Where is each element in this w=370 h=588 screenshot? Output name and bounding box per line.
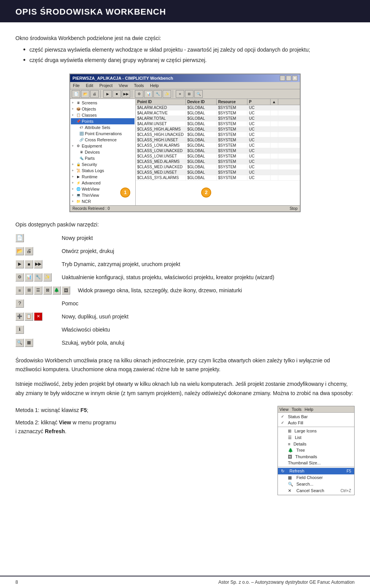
- col-scroll: ▲: [271, 99, 278, 105]
- ctx-menu-view[interactable]: View: [279, 407, 289, 412]
- wb-statusbar: Records Retrieved : 0 Stop: [70, 205, 300, 211]
- tb-btn-8[interactable]: 📊: [144, 90, 153, 98]
- tree-advanced[interactable]: + ⚡Advanced: [71, 180, 135, 186]
- ctx-item-cancel-shortcut: Ctrl+Z: [341, 489, 352, 493]
- wb-menu-tools[interactable]: Tools: [133, 83, 145, 88]
- wb-menu-view[interactable]: View: [118, 83, 129, 88]
- tool-icon-wizard: ✨: [43, 273, 52, 281]
- ctx-item-thumbnails[interactable]: 🖼 Thumbnails: [278, 454, 354, 460]
- tree-parts[interactable]: 🔩Parts: [71, 155, 135, 161]
- ctx-item-tree[interactable]: 🌲 Tree: [278, 447, 354, 454]
- ctx-item-autofill-label: Auto Fill: [288, 420, 303, 425]
- wb-menu-file[interactable]: File: [72, 83, 81, 88]
- tb-btn-3[interactable]: 🖨: [90, 90, 99, 98]
- tree-classes[interactable]: + 📋Classes: [71, 112, 135, 118]
- content: Okno środowiska Workbench podzielone jes…: [0, 22, 370, 576]
- tool-desc-new-project: Nowy projekt: [62, 235, 93, 241]
- ctx-item-list[interactable]: ☰ List: [278, 434, 354, 441]
- tool-icon-dynamic: ▶: [15, 260, 24, 268]
- ctx-item-search[interactable]: 🔍 Search...: [278, 481, 354, 487]
- wb-menu-edit[interactable]: Edit: [85, 83, 94, 88]
- tool-icon-search: 🔍: [15, 338, 24, 347]
- tb-btn-12[interactable]: ⊞: [185, 90, 193, 98]
- tb-btn-5[interactable]: ■: [113, 90, 121, 98]
- tree-ncr[interactable]: + 📁NCR: [71, 198, 135, 204]
- tool-icons-2: 📂 🖨: [15, 247, 54, 255]
- tree-xref[interactable]: 🔗Cross Reference: [71, 137, 135, 143]
- tool-icon-view2: ⊞: [25, 286, 33, 295]
- tb-btn-7[interactable]: ⚙: [135, 90, 143, 98]
- page: OPIS ŚRODOWISKA WORKBENCH Okno środowisk…: [0, 0, 370, 588]
- tree-attribs[interactable]: 🏷Attribute Sets: [71, 124, 135, 131]
- tool-desc-new-dup-del: Nowy, duplikuj, usuń projekt: [62, 313, 128, 320]
- tree-screens[interactable]: + 🖥Screens: [71, 100, 135, 106]
- wb-maximize-btn[interactable]: □: [286, 75, 291, 81]
- ctx-menu-tools[interactable]: Tools: [292, 407, 302, 412]
- tree-statuslogs[interactable]: + 📜Status Logs: [71, 168, 135, 174]
- tools-title: Opis dostępnych pasków narzędzi:: [15, 221, 355, 228]
- ctx-item-autofill[interactable]: Auto Fill: [278, 420, 354, 426]
- tb-btn-4[interactable]: ▶: [103, 90, 112, 98]
- ctx-item-field-chooser[interactable]: ▦ Field Chooser: [278, 474, 354, 481]
- ctx-item-refresh[interactable]: ↻ Refresh F5: [278, 468, 354, 474]
- tool-icon-view3: ☰: [34, 286, 42, 295]
- tree-equipment[interactable]: + ⚙Equipment: [71, 143, 135, 149]
- tool-icon-view6: 🖼: [62, 286, 70, 295]
- ctx-item-thumb-size[interactable]: Thumbnail Size...: [278, 460, 354, 466]
- tree-enums[interactable]: 🔢Point Enumerations: [71, 131, 135, 137]
- tree-security[interactable]: + 🔒Security: [71, 161, 135, 168]
- wb-stop-btn[interactable]: Stop: [289, 206, 298, 211]
- tb-btn-11[interactable]: ≡: [176, 90, 184, 98]
- wb-menu-help[interactable]: Help: [149, 83, 160, 88]
- tool-icons-8: ℹ: [15, 325, 54, 334]
- wb-table-panel: Point ID Device ID Resource P ▲ $ALARM.A…: [136, 99, 300, 205]
- tb-btn-9[interactable]: 🔧: [153, 90, 162, 98]
- tb-btn-6[interactable]: ▶▶: [122, 90, 130, 98]
- ctx-item-list-label: List: [295, 435, 301, 440]
- ctx-item-large-icons[interactable]: ⊞ Large Icons: [278, 428, 354, 434]
- ctx-menu-help[interactable]: Help: [304, 407, 313, 412]
- table-row: $ALARM.TOTAL$GLOBAL$SYSTEMUC: [136, 116, 300, 121]
- table-row: $CLASS_HIGH.ALARMS$GLOBAL$SYSTEMUC: [136, 127, 300, 132]
- body-para1: Środowisko Workbench umożliwia pracę na …: [15, 356, 355, 375]
- ctx-item-statusbar[interactable]: Status Bar: [278, 414, 354, 420]
- tree-runtime[interactable]: + ▶Runtime: [71, 174, 135, 180]
- tool-icons-4: ⚙ 📊 🔧 ✨: [15, 273, 54, 281]
- ctx-item-large-icons-label: Large Icons: [294, 429, 316, 433]
- ctx-item-details[interactable]: ≡ Details: [278, 441, 354, 447]
- tree-objects[interactable]: + 📦Objects: [71, 106, 135, 112]
- body-para2: Istnieje możliwość, żeby jeden projekt b…: [15, 380, 355, 398]
- workbench-screenshot: PIERWSZA_APLIKACJA - CIMPLICITY Workbenc…: [69, 74, 301, 212]
- tool-row-new-project: 📄 Nowy projekt: [15, 234, 355, 242]
- ctx-icon-details: ≡: [288, 442, 290, 446]
- tool-desc-search: Szukaj, wybór pola, anuluj: [62, 340, 124, 346]
- tool-row-view: ≡ ⊞ ☰ ⊠ 🌲 🖼 Widok prawego okna, lista, s…: [15, 286, 355, 295]
- wb-menubar: File Edit Project View Tools Help: [70, 82, 300, 89]
- tb-btn-13[interactable]: 🔍: [194, 90, 203, 98]
- callout-2: 2: [201, 188, 211, 198]
- col-deviceid: Device ID: [186, 99, 217, 105]
- table-row: $CLASS_SYS.ALARMS$GLOBAL$SYSTEMUC: [136, 175, 300, 181]
- wb-minimize-btn[interactable]: _: [280, 75, 285, 81]
- wb-close-btn[interactable]: ✕: [292, 75, 298, 81]
- table-row: $CLASS_MED.UNSET$GLOBAL$SYSTEMUC: [136, 170, 300, 175]
- tb-btn-10[interactable]: ✨: [163, 90, 171, 98]
- tree-devices[interactable]: 🖥Devices: [71, 149, 135, 155]
- ctx-icon-field: ▦: [288, 475, 293, 480]
- ctx-item-cancel-search-label: Cancel Search: [296, 488, 324, 493]
- tool-icon-update: ⚙: [15, 273, 24, 281]
- method2-suffix: w menu programu: [71, 419, 116, 426]
- tool-desc-update: Uaktualnienie konfiguracji, status proje…: [62, 274, 274, 280]
- ctx-item-cancel-search[interactable]: ✕ Cancel Search Ctrl+Z: [278, 487, 354, 494]
- tree-points[interactable]: - 📌Points: [71, 118, 135, 124]
- intro-line1: Okno środowiska Workbench podzielone jes…: [15, 35, 161, 41]
- footer-page-number: 8: [15, 580, 18, 585]
- ctx-item-refresh-label: Refresh: [289, 469, 304, 473]
- col-resource: Resource: [217, 99, 247, 105]
- wb-menu-project[interactable]: Project: [98, 83, 114, 88]
- tb-sep-1: [100, 90, 102, 98]
- page-footer: 8 Astor Sp. z o.o. – Autoryzowany dystry…: [0, 576, 370, 588]
- tool-icons-7: ➕ 📋 ✕: [15, 312, 54, 321]
- tb-btn-2[interactable]: 📂: [81, 90, 89, 98]
- tb-btn-1[interactable]: 📄: [72, 90, 80, 98]
